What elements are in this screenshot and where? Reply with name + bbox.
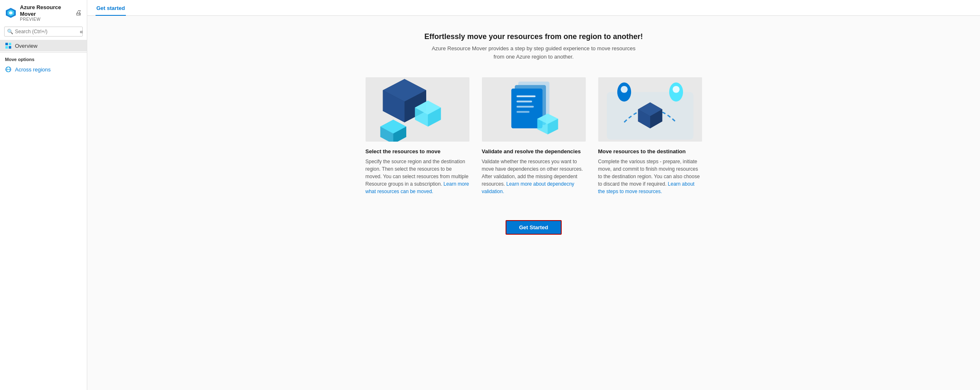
card-image-validate-deps [482,77,586,142]
card-validate-deps: Validate and resolve the dependencies Va… [482,77,586,195]
app-title: Azure Resource Mover [20,4,72,17]
hero-subtitle: Azure Resource Mover provides a step by … [430,44,638,61]
card-title-move-resources: Move resources to the destination [598,148,702,155]
hero-title: Effortlessly move your resources from on… [424,32,643,41]
card-image-move-resources [598,77,702,142]
svg-point-32 [621,86,628,93]
svg-rect-5 [5,46,8,49]
main-content: Get started Effortlessly move your resou… [87,0,980,390]
overview-label: Overview [15,43,37,49]
svg-rect-26 [516,111,529,113]
card-title-validate-deps: Validate and resolve the dependencies [482,148,586,155]
svg-rect-4 [9,43,11,45]
docs-illustration [482,77,586,142]
card-move-resources: Move resources to the destination Comple… [598,77,702,195]
search-input[interactable] [15,29,77,34]
svg-rect-23 [516,96,535,97]
cta-wrapper: Get Started [506,220,561,235]
svg-rect-24 [516,101,532,103]
sidebar-item-overview[interactable]: Overview [0,40,87,52]
across-regions-icon [5,66,12,73]
move-options-section-title: Move options [0,52,87,64]
get-started-button[interactable]: Get Started [506,220,561,235]
search-icon: 🔍 [7,29,13,34]
card-desc-move-resources: Complete the various steps - prepare, in… [598,158,702,195]
card-desc-validate-deps: Validate whether the resources you want … [482,158,586,195]
card-title-select-resources: Select the resources to move [366,148,469,155]
app-title-block: Azure Resource Mover PREVIEW [20,4,72,22]
cards-row: Select the resources to move Specify the… [366,77,702,195]
collapse-icon[interactable]: « [79,28,84,35]
app-logo-icon [5,7,17,19]
sidebar-item-across-regions[interactable]: Across regions [0,64,87,75]
svg-rect-3 [5,43,8,45]
sidebar: Azure Resource Mover PREVIEW 🖨 🔍 « Overv… [0,0,87,390]
svg-rect-25 [516,106,534,108]
top-tabs: Get started [87,0,980,16]
tab-get-started[interactable]: Get started [96,0,126,15]
sidebar-header: Azure Resource Mover PREVIEW 🖨 [0,0,87,24]
across-regions-label[interactable]: Across regions [15,66,51,73]
cubes-illustration [366,77,469,142]
card-desc-select-resources: Specify the source region and the destin… [366,158,469,195]
search-bar[interactable]: 🔍 « [4,27,83,37]
card-select-resources: Select the resources to move Specify the… [366,77,469,195]
overview-icon [5,42,12,49]
card-image-select-resources [366,77,469,142]
svg-rect-6 [9,46,11,49]
map-illustration [598,77,702,142]
content-area: Effortlessly move your resources from on… [87,16,980,390]
print-icon[interactable]: 🖨 [75,9,82,17]
svg-point-35 [673,86,680,93]
app-preview-badge: PREVIEW [20,17,72,22]
